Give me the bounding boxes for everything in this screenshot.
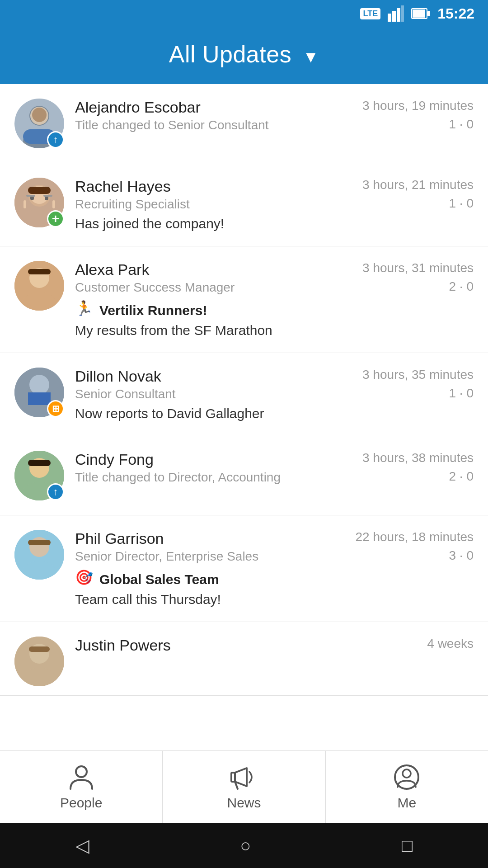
feed-content-rachel: Rachel Hayes 3 hours, 21 minutes Recruit… <box>75 178 474 231</box>
svg-point-29 <box>29 375 49 395</box>
feed-subtitle: Senior Director, Enterprise Sales <box>75 549 258 564</box>
home-button[interactable]: ○ <box>240 835 251 856</box>
me-icon <box>393 764 420 791</box>
person-icon <box>68 764 95 791</box>
svg-rect-31 <box>28 392 51 405</box>
feed-content-cindy: Cindy Fong 3 hours, 38 minutes Title cha… <box>75 451 474 485</box>
feed-content-phil: Phil Garrison 22 hours, 18 minutes Senio… <box>75 530 474 607</box>
svg-rect-18 <box>23 200 26 208</box>
svg-point-47 <box>403 769 411 778</box>
svg-rect-17 <box>28 187 51 194</box>
svg-rect-43 <box>29 646 50 652</box>
feed-likes: 3 · 0 <box>449 548 474 563</box>
system-nav-bar: ◁ ○ □ <box>0 823 488 868</box>
nav-label-news: News <box>227 795 261 811</box>
feed-name: Alejandro Escobar <box>75 99 201 116</box>
svg-rect-2 <box>397 8 400 22</box>
nav-label-people: People <box>60 795 102 811</box>
feed-content-alexa: Alexa Park 3 hours, 31 minutes Customer … <box>75 261 474 338</box>
feed-likes: 2 · 0 <box>449 469 474 484</box>
back-button[interactable]: ◁ <box>75 835 89 856</box>
feed-content-alejandro: Alejandro Escobar 3 hours, 19 minutes Ti… <box>75 99 474 132</box>
feed-body: Has joined the company! <box>75 216 474 231</box>
feed-body: Now reports to David Gallagher <box>75 406 474 421</box>
dropdown-arrow-icon[interactable]: ▼ <box>303 47 319 66</box>
feed-likes: 1 · 0 <box>449 386 474 401</box>
svg-rect-23 <box>43 195 52 197</box>
feed-item-rachel[interactable]: + Rachel Hayes 3 hours, 21 minutes Recru… <box>0 163 488 246</box>
svg-rect-19 <box>52 200 55 208</box>
feed-body: Team call this Thursday! <box>75 592 474 607</box>
svg-point-44 <box>76 766 87 777</box>
svg-rect-7 <box>413 9 425 18</box>
badge-up-icon: ↑ <box>47 483 64 500</box>
bottom-nav: People News Me <box>0 750 488 823</box>
avatar-phil <box>14 530 64 580</box>
nav-label-me: Me <box>397 795 416 811</box>
status-bar: LTE 15:22 <box>0 0 488 27</box>
avatar-rachel: + <box>14 178 64 227</box>
feed-likes: 2 · 0 <box>449 279 474 294</box>
lte-indicator: LTE <box>360 8 380 19</box>
svg-rect-1 <box>392 11 396 22</box>
feed-subtitle: Title changed to Senior Consultant <box>75 118 269 132</box>
badge-plus-icon: + <box>47 210 64 227</box>
svg-rect-3 <box>401 5 404 22</box>
feed-group-row: 🏃 Vertilix Runners! <box>75 298 474 318</box>
feed-item-dillon[interactable]: ⊞ Dillon Novak 3 hours, 35 minutes Senio… <box>0 353 488 436</box>
feed-time: 4 weeks <box>427 637 474 651</box>
feed-likes: 1 · 0 <box>449 196 474 211</box>
feed-group-name: Global Sales Team <box>99 572 219 587</box>
feed-time: 3 hours, 38 minutes <box>362 451 474 465</box>
page-title[interactable]: All Updates ▼ <box>0 41 488 68</box>
avatar-justin <box>14 637 64 686</box>
feed-subtitle: Senior Consultant <box>75 387 176 401</box>
feed-time: 22 hours, 18 minutes <box>356 530 474 544</box>
megaphone-icon <box>230 764 258 791</box>
avatar-alexa <box>14 261 64 311</box>
feed-content-justin: Justin Powers 4 weeks <box>75 637 474 654</box>
header: All Updates ▼ <box>0 27 488 84</box>
badge-org-icon: ⊞ <box>47 400 64 417</box>
feed-name: Dillon Novak <box>75 368 161 385</box>
svg-rect-39 <box>28 540 51 545</box>
recents-button[interactable]: □ <box>402 835 413 856</box>
feed-likes: 1 · 0 <box>449 117 474 132</box>
svg-point-11 <box>32 108 47 122</box>
nav-item-news[interactable]: News <box>163 751 325 823</box>
svg-rect-45 <box>231 773 235 782</box>
signal-icon <box>388 5 404 22</box>
feed-time: 3 hours, 19 minutes <box>362 99 474 113</box>
feed-item-alexa[interactable]: Alexa Park 3 hours, 31 minutes Customer … <box>0 246 488 353</box>
battery-icon <box>411 7 430 20</box>
feed-item-alejandro[interactable]: ↑ Alejandro Escobar 3 hours, 19 minutes … <box>0 84 488 163</box>
svg-rect-35 <box>28 460 51 466</box>
feed-name: Cindy Fong <box>75 451 154 468</box>
feed-subtitle: Recruiting Specialist <box>75 197 190 212</box>
feed-item-justin[interactable]: Justin Powers 4 weeks <box>0 622 488 696</box>
badge-up-icon: ↑ <box>47 131 64 148</box>
feed-content-dillon: Dillon Novak 3 hours, 35 minutes Senior … <box>75 368 474 421</box>
feed-name: Rachel Hayes <box>75 178 171 195</box>
feed-body: My results from the SF Marathon <box>75 323 474 338</box>
feed-item-cindy[interactable]: ↑ Cindy Fong 3 hours, 38 minutes Title c… <box>0 436 488 515</box>
feed-time: 3 hours, 21 minutes <box>362 178 474 192</box>
feed-list: ↑ Alejandro Escobar 3 hours, 19 minutes … <box>0 84 488 750</box>
nav-item-me[interactable]: Me <box>326 751 488 823</box>
feed-item-phil[interactable]: Phil Garrison 22 hours, 18 minutes Senio… <box>0 515 488 622</box>
status-time: 15:22 <box>437 5 474 22</box>
svg-rect-0 <box>388 14 391 22</box>
feed-name: Phil Garrison <box>75 530 164 547</box>
feed-name: Justin Powers <box>75 637 171 654</box>
feed-subtitle: Customer Success Manager <box>75 280 235 295</box>
svg-rect-5 <box>427 11 430 16</box>
feed-group-row: 🎯 Global Sales Team <box>75 567 474 587</box>
nav-item-people[interactable]: People <box>0 751 163 823</box>
feed-time: 3 hours, 35 minutes <box>362 368 474 382</box>
feed-group-name: Vertilix Runners! <box>99 303 207 318</box>
feed-name: Alexa Park <box>75 261 149 278</box>
avatar-dillon: ⊞ <box>14 368 64 417</box>
avatar-alejandro: ↑ <box>14 99 64 148</box>
feed-subtitle: Title changed to Director, Accounting <box>75 470 281 485</box>
feed-time: 3 hours, 31 minutes <box>362 261 474 275</box>
